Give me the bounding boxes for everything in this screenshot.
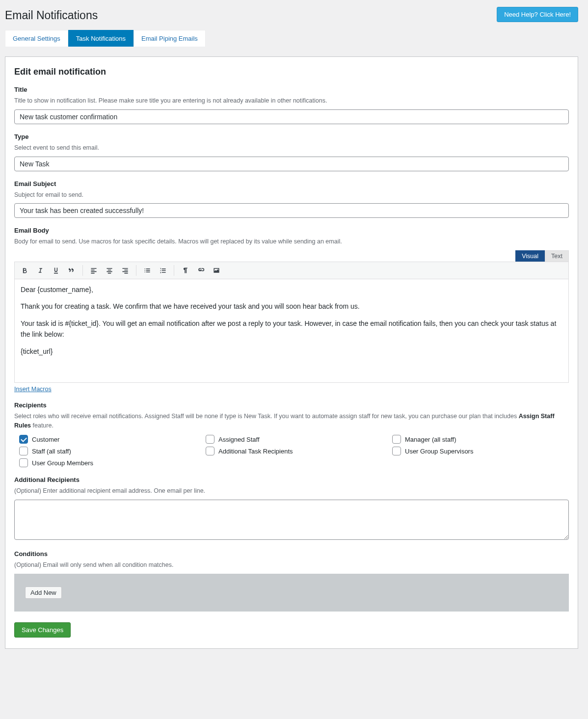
recipients-hint: Select roles who will receive email noti… — [14, 412, 569, 430]
checkbox-user-group-members[interactable] — [19, 458, 28, 467]
body-hint: Body for email to send. Use macros for t… — [14, 237, 569, 246]
checkbox-label: Customer — [32, 436, 59, 443]
underline-icon[interactable] — [49, 264, 63, 277]
subject-hint: Subject for email to send. — [14, 190, 569, 200]
checkbox-label: User Group Supervisors — [405, 448, 473, 455]
conditions-box: Add New — [14, 574, 569, 612]
conditions-hint: (Optional) Email will only send when all… — [14, 560, 569, 570]
page-title: Email Notifications — [5, 5, 98, 24]
editor-p1: Dear {customer_name}, — [21, 284, 562, 295]
edit-panel: Edit email notification Title Title to s… — [5, 56, 578, 649]
tab-email-piping[interactable]: Email Piping Emails — [134, 30, 206, 47]
tabs: General Settings Task Notifications Emai… — [5, 30, 578, 47]
editor: Dear {customer_name}, Thank you for crea… — [14, 262, 569, 383]
additional-hint: (Optional) Enter additional recipient em… — [14, 486, 569, 496]
checkbox-label: User Group Members — [32, 459, 93, 467]
type-label: Type — [14, 133, 569, 140]
editor-p3: Your task id is #{ticket_id}. You will g… — [21, 318, 562, 340]
checkbox-manager[interactable] — [392, 435, 401, 444]
image-icon[interactable] — [210, 264, 223, 277]
numbered-list-icon[interactable] — [156, 264, 170, 277]
checkbox-staff-all[interactable] — [19, 447, 28, 455]
editor-content[interactable]: Dear {customer_name}, Thank you for crea… — [15, 279, 568, 382]
title-input[interactable] — [14, 109, 569, 124]
section-title: Edit email notification — [14, 67, 569, 77]
checkbox-label: Staff (all staff) — [32, 448, 71, 455]
insert-macros-link[interactable]: Insert Macros — [14, 386, 52, 393]
quote-icon[interactable] — [65, 264, 79, 277]
checkbox-user-group-supervisors[interactable] — [392, 447, 401, 455]
editor-toolbar — [15, 262, 568, 279]
checkbox-customer[interactable] — [19, 435, 28, 444]
checkbox-label: Manager (all staff) — [405, 436, 456, 443]
bullet-list-icon[interactable] — [140, 264, 154, 277]
tab-task-notifications[interactable]: Task Notifications — [68, 30, 134, 47]
save-changes-button[interactable]: Save Changes — [14, 622, 71, 638]
align-right-icon[interactable] — [118, 264, 132, 277]
title-label: Title — [14, 86, 569, 93]
italic-icon[interactable] — [33, 264, 47, 277]
title-hint: Title to show in notification list. Plea… — [14, 96, 569, 106]
additional-recipients-textarea[interactable] — [14, 500, 569, 540]
body-label: Email Body — [14, 227, 569, 234]
editor-p4: {ticket_url} — [21, 346, 562, 357]
subject-input[interactable] — [14, 203, 569, 218]
bold-icon[interactable] — [18, 264, 31, 277]
recipients-grid: Customer Assigned Staff Manager (all sta… — [14, 435, 569, 467]
checkbox-assigned-staff[interactable] — [206, 435, 214, 444]
tab-general-settings[interactable]: General Settings — [5, 30, 68, 47]
conditions-label: Conditions — [14, 550, 569, 558]
checkbox-label: Additional Task Recipients — [218, 448, 293, 455]
editor-tab-text[interactable]: Text — [545, 250, 569, 262]
checkbox-additional-recipients[interactable] — [206, 447, 214, 455]
add-new-condition-button[interactable]: Add New — [25, 586, 62, 599]
link-icon[interactable] — [194, 264, 208, 277]
help-button[interactable]: Need Help? Click Here! — [497, 7, 578, 22]
editor-tab-visual[interactable]: Visual — [515, 250, 545, 262]
additional-label: Additional Recipients — [14, 476, 569, 483]
subject-label: Email Subject — [14, 180, 569, 187]
align-left-icon[interactable] — [87, 264, 101, 277]
editor-p2: Thank you for creating a task. We confir… — [21, 301, 562, 312]
paragraph-icon[interactable] — [178, 264, 192, 277]
type-hint: Select event to send this email. — [14, 143, 569, 153]
align-center-icon[interactable] — [103, 264, 116, 277]
checkbox-label: Assigned Staff — [218, 436, 260, 443]
recipients-label: Recipients — [14, 401, 569, 409]
type-select[interactable] — [14, 157, 569, 171]
